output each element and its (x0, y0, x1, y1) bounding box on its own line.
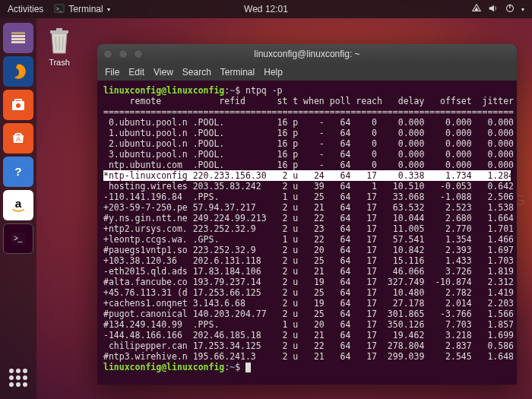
prompt-line: linuxconfig@linuxconfig:~$ ntpq -p (103, 85, 511, 96)
svg-rect-17 (50, 30, 68, 33)
table-row: -eth2015.qld.ads 17.83.184.106 2 u 21 64… (103, 266, 511, 277)
menu-help[interactable]: Help (264, 67, 283, 78)
window-maximize-button[interactable] (134, 49, 143, 59)
table-row: 1.ubuntu.pool.n .POOL. 16 p - 64 0 0.000… (103, 128, 511, 138)
dock-software[interactable] (3, 90, 33, 120)
trash-icon (44, 26, 74, 56)
menu-edit[interactable]: Edit (128, 67, 144, 78)
svg-rect-18 (56, 28, 62, 30)
table-row: 3.ubuntu.pool.n .POOL. 16 p - 64 0 0.000… (103, 149, 511, 160)
svg-text:A: A (16, 135, 21, 143)
table-row: -110.141.196.84 .PPS. 1 u 25 64 17 33.06… (103, 192, 511, 202)
svg-text:a: a (15, 197, 22, 210)
dock-ubuntu-software[interactable]: A (3, 123, 33, 154)
terminal-output[interactable]: linuxconfig@linuxconfig:~$ ntpq -p remot… (97, 81, 517, 385)
chevron-down-icon: ▾ (107, 6, 110, 13)
dock-terminal[interactable]: >_ (3, 223, 33, 254)
terminal-window: linuxconfig@linuxconfig: ~ File Edit Vie… (97, 44, 517, 385)
table-row: 0.ubuntu.pool.n .POOL. 16 p - 64 0 0.000… (103, 117, 511, 128)
table-row: chilipepper.can 17.253.34.125 2 u 22 64 … (103, 340, 511, 351)
power-icon[interactable] (505, 3, 515, 16)
dock-help[interactable]: ? (3, 157, 33, 187)
dock: A ? a >_ (0, 18, 36, 399)
terminal-menubar: File Edit View Search Terminal Help (97, 64, 517, 81)
topbar-active-app[interactable]: >_ Terminal ▾ (54, 3, 109, 16)
terminal-icon: >_ (54, 3, 65, 16)
table-row: #alta.fancube.co 193.79.237.14 2 u 19 64… (103, 277, 511, 287)
menu-file[interactable]: File (105, 67, 119, 78)
separator-line: ========================================… (103, 106, 511, 117)
menu-terminal[interactable]: Terminal (220, 67, 255, 78)
table-row: ntp.ubuntu.com .POOL. 16 p - 64 0 0.000 … (103, 160, 511, 170)
dock-show-apps[interactable] (3, 363, 33, 393)
table-row: *ntp-linuxconfig 220.233.156.30 2 u 24 6… (103, 170, 511, 181)
table-row: +203-59-7-250.pe 57.94.37.217 2 u 21 64 … (103, 202, 511, 213)
clock[interactable]: Wed 12:01 (244, 4, 288, 14)
prompt-line-idle: linuxconfig@linuxconfig:~$ (103, 362, 511, 372)
table-row: -144.48.166.166 202.46.185.18 2 u 21 64 … (103, 330, 511, 340)
table-row: +103.38.120.36 202.6.131.118 2 u 25 64 1… (103, 255, 511, 266)
table-row: hosting.wireles 203.35.83.242 2 u 39 64 … (103, 181, 511, 192)
svg-text:?: ? (14, 165, 21, 178)
table-row: #y.ns.gin.ntt.ne 249.224.99.213 2 u 22 6… (103, 213, 511, 223)
svg-point-10 (16, 103, 21, 108)
window-close-button[interactable] (103, 49, 112, 59)
table-row: #pugot.canonical 140.203.204.77 2 u 25 6… (103, 309, 511, 319)
svg-rect-6 (11, 41, 25, 43)
gnome-topbar: Activities >_ Terminal ▾ Wed 12:01 ▾ (0, 0, 532, 18)
window-title: linuxconfig@linuxconfig: ~ (254, 49, 359, 59)
window-titlebar[interactable]: linuxconfig@linuxconfig: ~ (97, 44, 517, 64)
svg-rect-7 (11, 32, 25, 34)
table-header: remote refid st t when poll reach delay … (103, 96, 511, 106)
table-row: +leontp.ccgs.wa. .GPS. 1 u 22 64 17 57.5… (103, 234, 511, 245)
table-row: +45.76.113.31 (d 17.253.66.125 2 u 25 64… (103, 287, 511, 298)
table-row: #ntp3.wirehive.n 195.66.241.3 2 u 21 64 … (103, 351, 511, 362)
table-row: 2.ubuntu.pool.n .POOL. 16 p - 64 0 0.000… (103, 138, 511, 149)
cursor (245, 363, 251, 372)
dock-files[interactable] (3, 23, 33, 53)
menu-view[interactable]: View (154, 67, 173, 78)
menu-search[interactable]: Search (182, 67, 211, 78)
dock-firefox[interactable] (3, 56, 33, 87)
table-row: #pauegs1vntp1.so 223.252.32.9 2 u 20 64 … (103, 245, 511, 255)
svg-rect-4 (11, 35, 25, 37)
sound-icon[interactable] (488, 3, 499, 16)
svg-text:>_: >_ (14, 234, 23, 242)
trash-label: Trash (44, 58, 74, 67)
svg-rect-5 (11, 38, 25, 40)
table-row: #134.249.140.99 .PPS. 1 u 20 64 17 350.1… (103, 319, 511, 330)
desktop-trash[interactable]: Trash (44, 26, 74, 67)
apps-grid-icon (9, 369, 27, 387)
dock-amazon[interactable]: a (3, 190, 33, 220)
network-icon[interactable] (471, 3, 482, 16)
table-row: +ntp2.ursys.com. 223.252.32.9 2 u 23 64 … (103, 223, 511, 234)
window-minimize-button[interactable] (119, 49, 128, 59)
topbar-app-label: Terminal (68, 4, 103, 14)
command-text: ntpq -p (245, 85, 282, 96)
svg-text:>_: >_ (56, 5, 62, 11)
table-row: +cachens1.onqnet 3.143.6.68 2 u 19 64 17… (103, 298, 511, 309)
activities-button[interactable]: Activities (8, 4, 43, 14)
chevron-down-icon[interactable]: ▾ (521, 6, 524, 13)
